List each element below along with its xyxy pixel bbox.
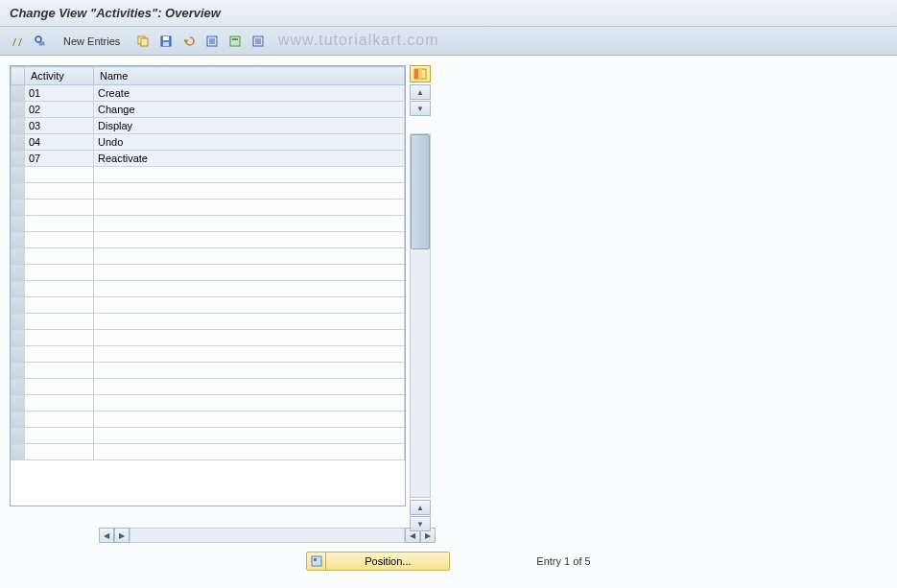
row-selector[interactable]	[12, 330, 25, 346]
row-selector[interactable]	[12, 102, 25, 118]
toggle-icon[interactable]	[8, 32, 27, 51]
table-row[interactable]	[12, 395, 405, 412]
name-cell[interactable]	[94, 216, 405, 232]
row-selector[interactable]	[12, 281, 25, 297]
row-selector[interactable]	[12, 363, 25, 379]
row-selector[interactable]	[12, 216, 25, 232]
name-cell[interactable]	[94, 281, 405, 297]
name-cell[interactable]	[94, 428, 405, 444]
activity-cell[interactable]: 04	[25, 134, 94, 151]
table-settings-button[interactable]	[410, 65, 431, 82]
activity-cell[interactable]	[25, 248, 94, 265]
row-selector[interactable]	[12, 265, 25, 281]
name-cell[interactable]	[94, 297, 405, 314]
table-row[interactable]	[12, 281, 405, 297]
table-row[interactable]	[12, 330, 405, 346]
row-selector[interactable]	[12, 118, 25, 134]
undo-icon[interactable]	[179, 32, 199, 51]
name-cell[interactable]	[94, 232, 405, 248]
name-cell[interactable]: Change	[94, 102, 405, 118]
row-selector[interactable]	[12, 297, 25, 314]
activity-cell[interactable]	[25, 395, 94, 412]
activity-cell[interactable]	[25, 265, 94, 281]
row-selector[interactable]	[12, 346, 25, 363]
vertical-scrollbar[interactable]	[410, 133, 431, 498]
table-row[interactable]	[12, 428, 405, 444]
activity-cell[interactable]	[25, 314, 94, 330]
activity-cell[interactable]	[25, 200, 94, 216]
selection-column-header[interactable]	[12, 67, 25, 85]
table-row[interactable]: 03Display	[12, 118, 405, 134]
table-row[interactable]	[12, 314, 405, 330]
activity-cell[interactable]: 02	[25, 102, 94, 118]
name-cell[interactable]	[94, 248, 405, 265]
table-row[interactable]	[12, 232, 405, 248]
row-selector[interactable]	[12, 379, 25, 395]
row-selector[interactable]	[12, 412, 25, 428]
name-cell[interactable]: Undo	[94, 134, 405, 151]
name-cell[interactable]	[94, 167, 405, 183]
table-row[interactable]	[12, 183, 405, 200]
activity-cell[interactable]	[25, 363, 94, 379]
name-cell[interactable]	[94, 265, 405, 281]
table-row[interactable]	[12, 444, 405, 460]
row-selector[interactable]	[12, 232, 25, 248]
table-row[interactable]	[12, 248, 405, 265]
scroll-up-button[interactable]: ▲	[410, 84, 431, 100]
name-cell[interactable]: Reactivate	[94, 151, 405, 167]
activity-column-header[interactable]: Activity	[25, 67, 94, 85]
activity-cell[interactable]	[25, 346, 94, 363]
table-row[interactable]	[12, 379, 405, 395]
activity-cell[interactable]: 03	[25, 118, 94, 134]
activity-cell[interactable]	[25, 412, 94, 428]
copy-icon[interactable]	[133, 32, 153, 51]
hscroll-left-button[interactable]: ◀	[99, 528, 114, 543]
expand-icon[interactable]	[31, 32, 50, 51]
name-cell[interactable]: Display	[94, 118, 405, 134]
activity-cell[interactable]	[25, 167, 94, 183]
new-entries-button[interactable]: New Entries	[58, 34, 126, 49]
row-selector[interactable]	[12, 395, 25, 412]
save-icon[interactable]	[156, 32, 176, 51]
name-cell[interactable]	[94, 395, 405, 412]
activity-cell[interactable]: 01	[25, 85, 94, 102]
table-row[interactable]	[12, 167, 405, 183]
activity-cell[interactable]	[25, 379, 94, 395]
select-all-icon[interactable]	[202, 32, 222, 51]
table-row[interactable]: 01Create	[12, 85, 405, 102]
table-row[interactable]: 04Undo	[12, 134, 405, 151]
name-cell[interactable]	[94, 330, 405, 346]
table-row[interactable]	[12, 412, 405, 428]
scroll-down-end-button[interactable]: ▼	[410, 516, 431, 531]
activity-cell[interactable]	[25, 216, 94, 232]
row-selector[interactable]	[12, 444, 25, 460]
table-row[interactable]	[12, 363, 405, 379]
hscroll-right-button[interactable]: ▶	[114, 528, 130, 543]
row-selector[interactable]	[12, 314, 25, 330]
name-column-header[interactable]: Name	[94, 67, 405, 85]
activity-cell[interactable]	[25, 183, 94, 200]
name-cell[interactable]	[94, 200, 405, 216]
name-cell[interactable]	[94, 183, 405, 200]
name-cell[interactable]: Create	[94, 85, 405, 102]
name-cell[interactable]	[94, 444, 405, 460]
table-row[interactable]: 02Change	[12, 102, 405, 118]
scroll-up-end-button[interactable]: ▲	[410, 500, 431, 515]
name-cell[interactable]	[94, 412, 405, 428]
row-selector[interactable]	[12, 167, 25, 183]
table-row[interactable]	[12, 200, 405, 216]
row-selector[interactable]	[12, 200, 25, 216]
activity-cell[interactable]	[25, 297, 94, 314]
table-row[interactable]	[12, 346, 405, 363]
activity-cell[interactable]	[25, 330, 94, 346]
activity-cell[interactable]: 07	[25, 151, 94, 167]
scroll-down-button[interactable]: ▼	[410, 101, 431, 116]
activity-cell[interactable]	[25, 428, 94, 444]
row-selector[interactable]	[12, 183, 25, 200]
deselect-all-icon[interactable]	[225, 32, 245, 51]
name-cell[interactable]	[94, 363, 405, 379]
row-selector[interactable]	[12, 248, 25, 265]
activity-cell[interactable]	[25, 444, 94, 460]
activity-cell[interactable]	[25, 281, 94, 297]
table-row[interactable]	[12, 216, 405, 232]
